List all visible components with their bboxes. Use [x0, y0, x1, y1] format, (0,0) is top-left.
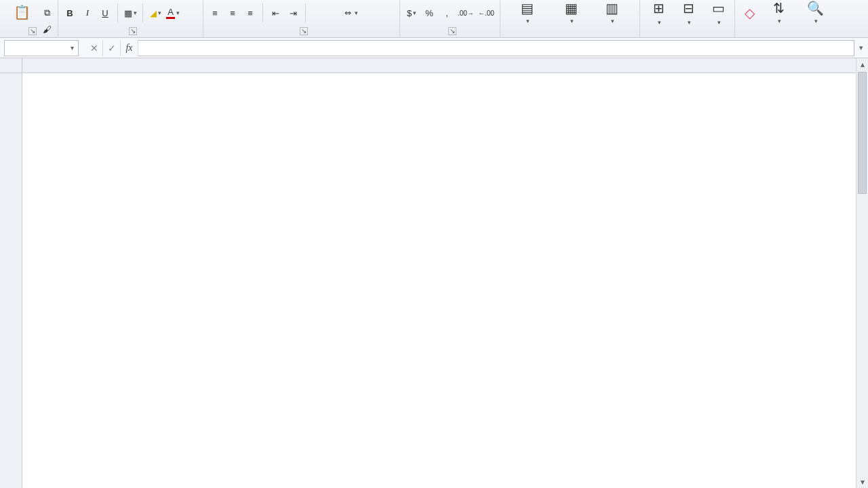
spreadsheet-grid: ▴ ▾: [0, 58, 868, 488]
x-icon: ✕: [90, 43, 98, 54]
expand-formula-bar[interactable]: ▾: [854, 43, 868, 52]
check-icon: ✓: [108, 43, 116, 54]
ribbon-group-alignment: ≡ ≡ ≡ ⇤ ⇥ ⇔ ↘: [203, 0, 400, 37]
font-color-button[interactable]: A: [165, 5, 180, 20]
border-icon: ▦: [124, 8, 132, 18]
merge-icon: ⇔: [344, 8, 351, 18]
row-headers: [0, 73, 22, 488]
decrease-decimal-button[interactable]: ←.00: [477, 5, 495, 20]
ribbon: 📋 ✂ ⧉ 🖌 ↘ B I U ▦ ◢ A ↘ ≡ ≡ ≡: [0, 0, 868, 38]
comma-format-button[interactable]: ,: [439, 5, 454, 20]
format-button[interactable]: ▭: [704, 0, 732, 28]
dialog-launcher-icon[interactable]: ↘: [28, 27, 37, 35]
scroll-down-arrow[interactable]: ▾: [856, 476, 868, 488]
scroll-up-arrow[interactable]: ▴: [856, 58, 868, 70]
ribbon-group-styles: ▤ ▦ ▥: [500, 0, 640, 37]
dialog-launcher-icon[interactable]: ↘: [448, 27, 456, 35]
scroll-thumb[interactable]: [858, 72, 867, 194]
formula-input[interactable]: [138, 40, 854, 56]
clipboard-icon: 📋: [14, 4, 31, 20]
cond-format-icon: ▤: [521, 1, 534, 16]
paint-bucket-icon: ◢: [150, 8, 157, 18]
copy-button[interactable]: ⧉: [39, 5, 54, 20]
vertical-scrollbar[interactable]: ▴ ▾: [856, 58, 868, 488]
increase-decimal-button[interactable]: .00→: [457, 5, 475, 20]
ribbon-group-clipboard: 📋 ✂ ⧉ 🖌 ↘: [3, 0, 58, 37]
name-box[interactable]: ▾: [4, 40, 79, 56]
styles-icon: ▥: [606, 1, 618, 16]
insert-function-button[interactable]: fx: [121, 40, 138, 56]
paste-button[interactable]: 📋: [7, 0, 37, 28]
find-select-button[interactable]: 🔍: [797, 0, 833, 28]
sort-icon: ⇅: [773, 1, 785, 16]
align-center-button[interactable]: ≡: [225, 5, 240, 20]
formula-cancel-button[interactable]: ✕: [85, 40, 103, 56]
borders-button[interactable]: ▦: [123, 5, 138, 20]
eraser-icon: ◇: [745, 5, 755, 21]
font-color-icon: A: [166, 7, 175, 19]
insert-icon: ⊞: [653, 0, 665, 16]
find-icon: 🔍: [807, 1, 824, 16]
italic-button[interactable]: I: [80, 5, 95, 20]
ribbon-group-cells: ⊞ ⊟ ▭: [640, 0, 735, 37]
table-icon: ▦: [565, 1, 578, 16]
conditional-formatting-button[interactable]: ▤: [505, 0, 549, 28]
delete-button[interactable]: ⊟: [674, 0, 703, 28]
accounting-format-button[interactable]: $: [404, 5, 419, 20]
dialog-launcher-icon[interactable]: ↘: [300, 27, 308, 35]
insert-button[interactable]: ⊞: [644, 0, 673, 28]
merge-center-button[interactable]: ⇔: [311, 5, 392, 20]
decrease-indent-button[interactable]: ⇤: [268, 5, 283, 20]
column-headers: [0, 58, 868, 73]
increase-indent-button[interactable]: ⇥: [285, 5, 300, 20]
clear-button[interactable]: ◇: [739, 0, 760, 28]
ribbon-group-editing: ◇ ⇅ 🔍: [735, 0, 850, 37]
delete-icon: ⊟: [683, 0, 694, 16]
ribbon-group-font: B I U ▦ ◢ A ↘: [58, 0, 203, 37]
select-all-corner[interactable]: [0, 58, 22, 73]
cut-button[interactable]: ✂: [39, 0, 54, 4]
fill-color-button[interactable]: ◢: [148, 5, 163, 20]
cells-area[interactable]: [22, 73, 868, 488]
format-icon: ▭: [712, 0, 725, 16]
chevron-down-icon: ▾: [71, 44, 74, 52]
ribbon-group-number: $ % , .00→ ←.00 ↘: [400, 0, 500, 37]
align-left-button[interactable]: ≡: [208, 5, 222, 20]
percent-format-button[interactable]: %: [422, 5, 437, 20]
scissors-icon: ✂: [43, 0, 51, 2]
sort-filter-button[interactable]: ⇅: [761, 0, 796, 28]
copy-icon: ⧉: [44, 7, 50, 18]
format-as-table-button[interactable]: ▦: [551, 0, 591, 28]
align-right-button[interactable]: ≡: [243, 5, 258, 20]
dialog-launcher-icon[interactable]: ↘: [129, 27, 137, 35]
formula-bar: ▾ ✕ ✓ fx ▾: [0, 38, 868, 58]
cell-styles-button[interactable]: ▥: [593, 0, 631, 28]
underline-button[interactable]: U: [98, 5, 113, 20]
formula-enter-button[interactable]: ✓: [103, 40, 121, 56]
bold-button[interactable]: B: [62, 5, 77, 20]
